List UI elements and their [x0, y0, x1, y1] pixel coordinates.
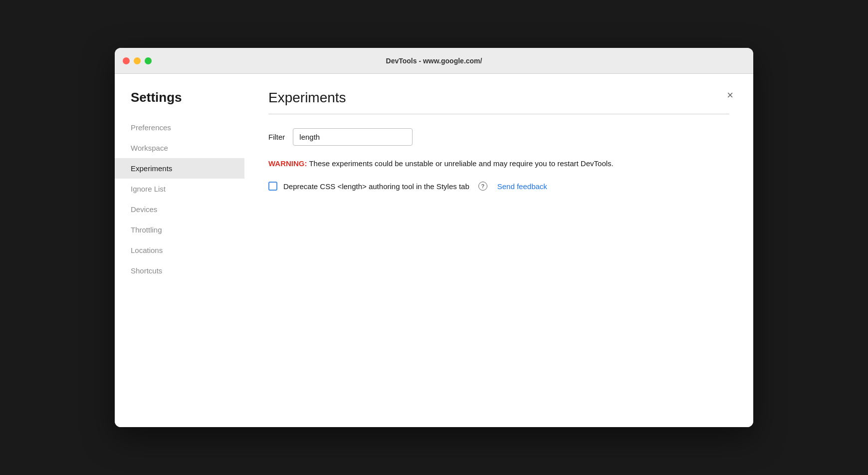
sidebar-item-ignore-list[interactable]: Ignore List — [115, 179, 244, 199]
warning-body: These experiments could be unstable or u… — [307, 159, 614, 168]
minimize-traffic-light[interactable] — [134, 57, 141, 64]
main-header: Experiments × — [268, 90, 729, 114]
send-feedback-link[interactable]: Send feedback — [497, 182, 547, 191]
filter-row: Filter — [268, 128, 729, 146]
sidebar-item-locations[interactable]: Locations — [115, 240, 244, 260]
close-traffic-light[interactable] — [123, 57, 130, 64]
sidebar-item-shortcuts[interactable]: Shortcuts — [115, 260, 244, 281]
sidebar: Settings Preferences Workspace Experimen… — [115, 74, 244, 427]
titlebar: DevTools - www.google.com/ — [115, 48, 753, 74]
experiment-label: Deprecate CSS <length> authoring tool in… — [283, 182, 469, 191]
filter-input[interactable] — [293, 128, 413, 146]
sidebar-nav: Preferences Workspace Experiments Ignore… — [115, 117, 244, 281]
warning-text: WARNING: These experiments could be unst… — [268, 158, 729, 170]
header-divider — [268, 114, 729, 114]
page-title: Experiments — [268, 90, 346, 106]
warning-keyword: WARNING: — [268, 159, 307, 168]
content-area: Settings Preferences Workspace Experimen… — [115, 74, 753, 427]
traffic-lights — [123, 57, 152, 64]
window-title: DevTools - www.google.com/ — [386, 57, 482, 65]
maximize-traffic-light[interactable] — [145, 57, 152, 64]
close-button[interactable]: × — [725, 88, 735, 103]
filter-label: Filter — [268, 133, 285, 141]
sidebar-item-devices[interactable]: Devices — [115, 199, 244, 220]
experiment-checkbox[interactable] — [268, 182, 277, 191]
help-icon[interactable]: ? — [478, 182, 487, 191]
sidebar-heading: Settings — [115, 90, 244, 117]
experiment-item: Deprecate CSS <length> authoring tool in… — [268, 182, 729, 191]
sidebar-item-preferences[interactable]: Preferences — [115, 117, 244, 138]
sidebar-item-throttling[interactable]: Throttling — [115, 220, 244, 240]
devtools-window: DevTools - www.google.com/ Settings Pref… — [115, 48, 753, 427]
sidebar-item-experiments[interactable]: Experiments — [115, 158, 244, 179]
sidebar-item-workspace[interactable]: Workspace — [115, 138, 244, 158]
main-panel: Experiments × Filter WARNING: These expe… — [244, 74, 753, 427]
